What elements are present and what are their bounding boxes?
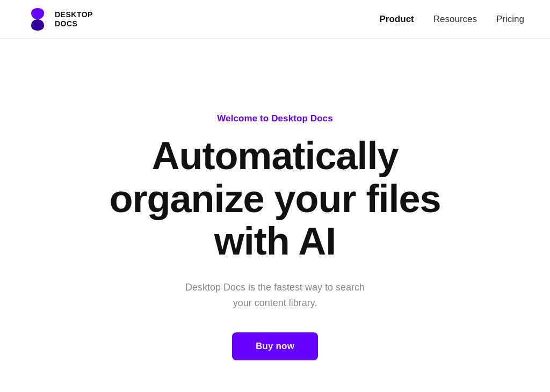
hero-subtext: Desktop Docs is the fastest way to searc… <box>184 280 366 311</box>
logo-text: DESKTOP DOCS <box>55 10 93 28</box>
nav-resources[interactable]: Resources <box>433 14 477 25</box>
logo[interactable]: DESKTOP DOCS <box>26 8 93 31</box>
hero-section: Welcome to Desktop Docs Automatically or… <box>0 39 550 392</box>
buy-now-button[interactable]: Buy now <box>232 332 318 360</box>
hero-eyebrow: Welcome to Desktop Docs <box>217 113 332 124</box>
header: DESKTOP DOCS Product Resources Pricing <box>0 0 550 39</box>
logo-icon <box>26 8 49 31</box>
nav-product[interactable]: Product <box>380 14 414 25</box>
nav-pricing[interactable]: Pricing <box>496 14 524 25</box>
hero-headline: Automatically organize your files with A… <box>76 135 474 263</box>
main-nav: Product Resources Pricing <box>380 14 524 25</box>
